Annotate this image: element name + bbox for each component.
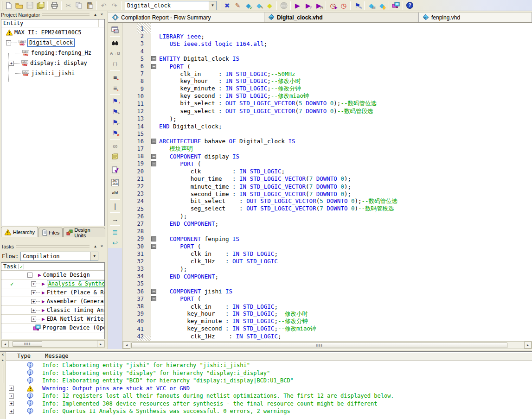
save-current-file-icon[interactable] bbox=[109, 25, 121, 35]
entity-column-header[interactable]: Entity bbox=[1, 19, 104, 27]
task-row-analysis-synthesi[interactable]: ✓+▶Analysis & Synthesi bbox=[1, 279, 104, 288]
simulator-tool-icon[interactable]: ⚑∿ bbox=[352, 0, 363, 10]
fold-collapse-icon[interactable]: − bbox=[151, 236, 156, 241]
task-row-classic-timing-anal[interactable]: +▶Classic Timing Anal bbox=[1, 306, 104, 315]
tasks-horizontal-scrollbar[interactable]: ◂ ▮▮▮ ▸ bbox=[1, 340, 105, 348]
message-row[interactable]: +Warning: Output pins are stuck at VCC o… bbox=[6, 385, 532, 392]
undo-icon[interactable]: ↶ bbox=[98, 0, 109, 10]
technology-map-viewer-icon[interactable]: ◆✋ bbox=[377, 0, 387, 10]
tab-files[interactable]: Files bbox=[38, 228, 63, 237]
code-line-19[interactable]: 19− PORT ( bbox=[122, 160, 532, 167]
code-line-5[interactable]: 5−ENTITY Digital_clock IS bbox=[122, 55, 532, 63]
message-row[interactable]: Info: Elaborating entity "display" for h… bbox=[6, 369, 532, 377]
print-icon[interactable] bbox=[49, 0, 60, 10]
collapse-panel-icon[interactable]: ▴ bbox=[92, 244, 98, 249]
toolbar-grip[interactable] bbox=[1, 1, 2, 10]
find-icon[interactable] bbox=[109, 38, 121, 48]
code-line-27[interactable]: 27 END COMPONENT; bbox=[122, 220, 532, 228]
task-row-fitter-place-rou[interactable]: +▶Fitter (Place & Rou bbox=[1, 288, 104, 297]
fold-collapse-icon[interactable]: − bbox=[151, 56, 156, 61]
tab-hierarchy[interactable]: Hierarchy bbox=[1, 227, 38, 237]
code-line-11[interactable]: 11 bit_select : OUT STD_LOGIC_VECTOR(5 D… bbox=[122, 100, 532, 108]
start-timequest-icon[interactable]: ◷▶ bbox=[327, 0, 338, 10]
redo-icon[interactable]: ↷ bbox=[109, 0, 120, 10]
timing-closure-floorplan-icon[interactable]: ◆✎ bbox=[254, 0, 264, 10]
code-line-2[interactable]: 2LIBRARY ieee; bbox=[122, 32, 532, 40]
task-row-assembler-generate[interactable]: +▶Assembler (Generate bbox=[1, 297, 104, 306]
code-editor[interactable]: 12LIBRARY ieee;3 USE ieee.std_logic_1164… bbox=[122, 23, 532, 341]
code-line-9[interactable]: 9 key_minute : IN STD_LOGIC;--修改分钟 bbox=[122, 85, 532, 93]
code-line-12[interactable]: 12 seg_select : OUT STD_LOGIC_VECTOR(7 D… bbox=[122, 108, 532, 115]
chevron-down-icon[interactable]: ▼ bbox=[209, 1, 216, 10]
find-replace-icon[interactable]: A→B bbox=[109, 48, 121, 59]
next-bookmark-icon[interactable]: ⚑↷ bbox=[109, 106, 121, 117]
fold-collapse-icon[interactable]: − bbox=[151, 296, 156, 301]
code-line-6[interactable]: 6− PORT ( bbox=[122, 63, 532, 70]
editor-horizontal-scrollbar[interactable]: ◂ ▮▮▮ ▸ bbox=[122, 341, 532, 349]
editor-tab-digital-clock-vhd[interactable]: abcDigital_clock.vhd bbox=[264, 13, 419, 22]
code-line-30[interactable]: 30− PORT ( bbox=[122, 242, 532, 250]
tree-item-display-i-display[interactable]: +abcVHDdisplay:i_display bbox=[1, 58, 104, 68]
fold-collapse-icon[interactable]: − bbox=[151, 289, 156, 294]
new-file-icon[interactable] bbox=[3, 0, 14, 10]
clear-bookmarks-icon[interactable]: ⚑✕ bbox=[109, 127, 121, 138]
column-edit-icon[interactable]: | bbox=[109, 201, 121, 211]
increase-indent-icon[interactable]: ≡+ bbox=[109, 72, 121, 83]
settings-icon[interactable]: ✖ bbox=[222, 0, 232, 10]
rtl-viewer-icon[interactable]: ◆▤ bbox=[366, 0, 377, 10]
code-line-36[interactable]: 36− COMPONENT jishi IS bbox=[122, 288, 532, 295]
code-line-28[interactable]: 28 bbox=[122, 228, 532, 235]
task-row-program-device-open-pr[interactable]: Program Device (Open Pr bbox=[1, 324, 104, 332]
collapse-panel-icon[interactable]: ▴ bbox=[92, 12, 98, 18]
code-line-42[interactable]: 42 clk_1Hz : IN STD_LOGIC; bbox=[122, 333, 532, 340]
editor-tab-compilation-report-flow-summary[interactable]: Compilation Report - Flow Summary bbox=[108, 13, 264, 22]
scroll-right-icon[interactable]: ▸ bbox=[97, 341, 104, 347]
task-row-eda-netlist-writer[interactable]: +▶EDA Netlist Writer bbox=[1, 315, 104, 324]
expand-icon[interactable]: + bbox=[31, 308, 36, 313]
panel-grip[interactable] bbox=[2, 365, 4, 383]
message-column-header[interactable]: Message bbox=[42, 353, 69, 360]
code-line-1[interactable]: 1 bbox=[122, 25, 532, 32]
message-row[interactable]: +Info: 12 registers lost all their fanou… bbox=[6, 392, 532, 400]
code-line-33[interactable]: 33 ); bbox=[122, 265, 532, 273]
code-line-4[interactable]: 4 bbox=[122, 48, 532, 55]
expand-arrow-icon[interactable]: ▸ bbox=[2, 358, 4, 362]
task-column-header[interactable]: Task ✓ bbox=[1, 263, 104, 271]
code-line-24[interactable]: 24 bit_select : OUT STD_LOGIC_VECTOR(5 D… bbox=[122, 197, 532, 205]
tree-item-fenping-fenping-hz[interactable]: abcVHDfenping:fenping_Hz bbox=[1, 48, 104, 58]
code-line-15[interactable]: 15 bbox=[122, 130, 532, 138]
analyze-syntax-icon[interactable] bbox=[109, 164, 121, 175]
indent-guides-icon[interactable]: ≣ bbox=[109, 227, 121, 237]
help-icon[interactable]: ? bbox=[404, 0, 415, 10]
insert-template-icon[interactable]: { } bbox=[109, 59, 121, 70]
scrollbar-thumb[interactable]: ▮▮▮ bbox=[131, 343, 507, 348]
save-project-icon[interactable] bbox=[35, 0, 46, 10]
fold-collapse-icon[interactable]: − bbox=[151, 139, 156, 144]
code-line-26[interactable]: 26 ); bbox=[122, 213, 532, 220]
code-line-38[interactable]: 38 clk_in : IN STD_LOGIC; bbox=[122, 303, 532, 310]
comment-text-icon[interactable]: ab/ bbox=[109, 188, 121, 198]
goto-line-icon[interactable]: → bbox=[109, 214, 121, 224]
close-panel-icon[interactable]: × bbox=[99, 12, 105, 18]
message-row[interactable]: +Info: Implemented 308 device resources … bbox=[6, 400, 532, 407]
decrease-indent-icon[interactable]: ≡+ bbox=[109, 83, 121, 93]
tree-item-digital-clock[interactable]: -abcVHDDigital_clock bbox=[1, 38, 104, 48]
code-line-17[interactable]: 17 --模块声明 bbox=[122, 145, 532, 152]
assignment-editor-icon[interactable]: ✎ bbox=[232, 0, 243, 10]
chevron-down-icon[interactable]: ▼ bbox=[90, 252, 98, 260]
code-line-18[interactable]: 18− COMPONENT display IS bbox=[122, 152, 532, 160]
code-line-40[interactable]: 40 key_minute : IN STD_LOGIC;--修改分钟 bbox=[122, 317, 532, 325]
stop-processing-icon[interactable]: STOP bbox=[278, 0, 289, 10]
expand-icon[interactable]: + bbox=[31, 290, 36, 295]
insert-bookmark-icon[interactable]: ⚑/ bbox=[109, 95, 121, 106]
code-line-34[interactable]: 34 END COMPONENT; bbox=[122, 273, 532, 280]
scrollbar-thumb[interactable]: ▮▮▮ bbox=[13, 341, 42, 347]
code-line-31[interactable]: 31 clk_in : IN STD_LOGIC; bbox=[122, 250, 532, 258]
code-line-39[interactable]: 39 key_hour : IN STD_LOGIC;--修改小时 bbox=[122, 310, 532, 317]
project-combobox[interactable]: Digital_clock ▼ bbox=[125, 1, 217, 10]
code-line-8[interactable]: 8 key_hour : IN STD_LOGIC;--修改小时 bbox=[122, 77, 532, 85]
open-file-icon[interactable] bbox=[14, 0, 25, 10]
tree-item-max-ii-epm240t100c5[interactable]: MAX II: EPM240T100C5 bbox=[1, 27, 104, 38]
pin-planner-icon[interactable]: ◆↙ bbox=[243, 0, 254, 10]
scroll-right-icon[interactable]: ▸ bbox=[524, 342, 532, 349]
